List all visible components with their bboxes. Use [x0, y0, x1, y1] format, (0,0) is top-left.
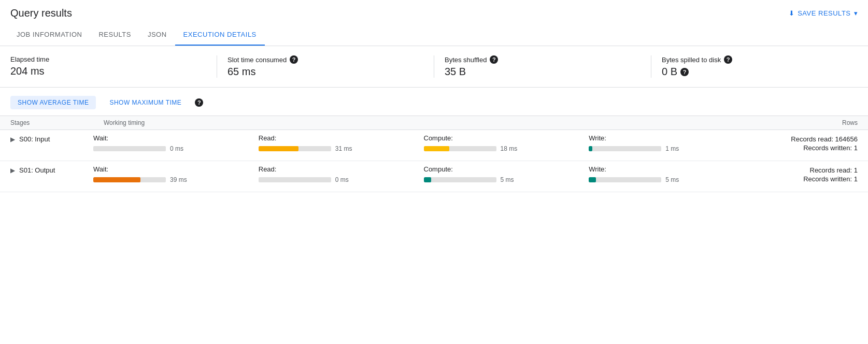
- stage-s01-read: Read: 0 ms: [259, 165, 424, 183]
- metric-divider-3: [651, 55, 651, 78]
- chevron-down-icon: ▾: [854, 9, 858, 17]
- metric-divider-1: [217, 55, 217, 78]
- metric-bytes-spilled: Bytes spilled to disk ? 0 B ?: [662, 55, 858, 78]
- stages-table: Stages Working timing Rows ▶ S00: Input …: [0, 116, 868, 192]
- stage-s01-timings: Wait: 39 ms Read: 0 ms: [93, 161, 754, 192]
- stage-s01-name: S01: Output: [19, 166, 55, 174]
- stage-s00-name: S00: Input: [19, 135, 50, 143]
- stage-s00-write: Write: 1 ms: [589, 134, 754, 152]
- stage-s01-compute: Compute: 5 ms: [424, 165, 589, 183]
- download-icon: ⬇: [789, 9, 795, 17]
- stage-row-s01: ▶ S01: Output Wait: 39 ms Read:: [0, 161, 868, 192]
- timing-help-icon[interactable]: ?: [195, 98, 203, 107]
- stage-row-s00: ▶ S00: Input Wait: 0 ms Read:: [0, 130, 868, 161]
- stage-s01-wait: Wait: 39 ms: [93, 165, 259, 183]
- stage-s00-compute: Compute: 18 ms: [424, 134, 589, 152]
- stage-s00-expand-icon[interactable]: ▶: [10, 136, 15, 143]
- bytes-spilled-value-help-icon[interactable]: ?: [680, 68, 689, 76]
- save-results-button[interactable]: ⬇ SAVE RESULTS ▾: [789, 9, 858, 17]
- tab-results[interactable]: RESULTS: [90, 24, 139, 46]
- show-maximum-time-button[interactable]: SHOW MAXIMUM TIME: [102, 96, 189, 109]
- tab-execution-details[interactable]: EXECUTION DETAILS: [175, 24, 265, 46]
- show-average-time-button[interactable]: SHOW AVERAGE TIME: [10, 96, 96, 109]
- tab-job-information[interactable]: JOB INFORMATION: [8, 24, 90, 46]
- stage-s00-read: Read: 31 ms: [259, 134, 424, 152]
- stages-table-header: Stages Working timing Rows: [0, 116, 868, 130]
- stage-s00-timings: Wait: 0 ms Read: 31 ms: [93, 130, 754, 161]
- toggle-section: SHOW AVERAGE TIME SHOW MAXIMUM TIME ?: [0, 88, 868, 116]
- metrics-section: Elapsed time 204 ms Slot time consumed ?…: [0, 46, 868, 88]
- stage-s01-expand-icon[interactable]: ▶: [10, 167, 15, 174]
- tab-json[interactable]: JSON: [139, 24, 175, 46]
- stage-s00-rows: Records read: 164656 Records written: 1: [754, 130, 868, 158]
- bytes-shuffled-help-icon[interactable]: ?: [490, 55, 498, 64]
- stage-s00-wait: Wait: 0 ms: [93, 134, 259, 152]
- page-title: Query results: [10, 7, 72, 19]
- metric-bytes-shuffled: Bytes shuffled ? 35 B: [445, 55, 641, 78]
- stage-s01-write: Write: 5 ms: [589, 165, 754, 183]
- slot-time-help-icon[interactable]: ?: [290, 55, 298, 64]
- metric-divider-2: [434, 55, 434, 78]
- page-header: Query results ⬇ SAVE RESULTS ▾ JOB INFOR…: [0, 0, 868, 46]
- metric-elapsed-time: Elapsed time 204 ms: [10, 55, 206, 78]
- bytes-spilled-help-icon[interactable]: ?: [724, 55, 732, 64]
- stage-s01-rows: Records read: 1 Records written: 1: [754, 161, 868, 189]
- tab-bar: JOB INFORMATION RESULTS JSON EXECUTION D…: [0, 24, 868, 46]
- metric-slot-time: Slot time consumed ? 65 ms: [227, 55, 423, 78]
